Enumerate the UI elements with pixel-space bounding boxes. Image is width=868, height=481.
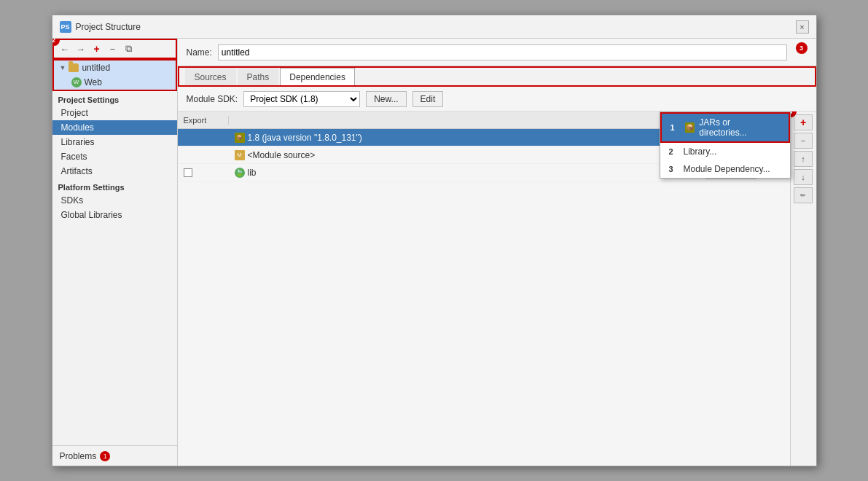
sidebar: 2 ← → + − ⧉ ▼ untitled W Web P (52, 39, 178, 466)
new-sdk-button[interactable]: New... (366, 91, 406, 107)
tab-dependencies-label: Dependencies (289, 72, 345, 82)
tab-sources[interactable]: Sources (185, 68, 236, 85)
row-lib-export (178, 168, 229, 177)
sdks-label: SDKs (61, 195, 84, 206)
module-dep-num: 3 (669, 165, 679, 173)
module-child-label: Web (85, 77, 102, 87)
jar-item-num: 1 (670, 123, 681, 132)
lib-export-checkbox[interactable] (184, 168, 192, 177)
sdk-select[interactable]: Project SDK (1.8) (243, 91, 360, 107)
dependency-table: Export Scope 📦 1.8 (java version "1.8.0_… (178, 112, 816, 466)
row-lib-label: lib (248, 168, 257, 178)
module-child-web[interactable]: W Web (54, 75, 176, 90)
project-label: Project (61, 108, 88, 118)
tabs-bar: Sources Paths Dependencies (178, 66, 816, 87)
tab-paths[interactable]: Paths (238, 68, 279, 85)
col-export-header: Export (178, 116, 229, 125)
title-bar-left: PS Project Structure (60, 21, 141, 33)
row-module-label: <Module source> (248, 150, 316, 160)
marker-3: 3 (796, 42, 808, 54)
move-up-button[interactable]: ↑ (794, 151, 813, 167)
sidebar-item-facets[interactable]: Facets (52, 149, 177, 164)
nav-back-button[interactable]: ← (58, 42, 71, 55)
module-sdk-row: Module SDK: Project SDK (1.8) New... Edi… (178, 87, 816, 112)
remove-module-button[interactable]: − (106, 42, 120, 55)
problems-item[interactable]: Problems 1 (60, 451, 111, 461)
dialog-icon: PS (60, 21, 71, 33)
row-module-name: M <Module source> (229, 150, 703, 160)
module-dep-label: Module Dependency... (684, 164, 770, 174)
sidebar-item-libraries[interactable]: Libraries (52, 135, 177, 149)
sidebar-spacer (52, 222, 177, 445)
jars-menu-icon: 📦 (685, 122, 695, 133)
project-settings-label: Project Settings (52, 91, 177, 106)
name-input[interactable] (218, 44, 787, 60)
main-area: 2 ← → + − ⧉ ▼ untitled W Web P (52, 39, 816, 466)
dropdown-module-dep-item[interactable]: 3 Module Dependency... (660, 160, 790, 178)
facets-label: Facets (61, 152, 87, 162)
dropdown-jars-item[interactable]: 1 📦 JARs or directories... (660, 112, 790, 143)
problems-count-badge: 1 (100, 451, 110, 461)
jar-icon: 📦 (235, 133, 245, 143)
module-root-label: untitled (82, 63, 110, 73)
sidebar-item-global-libraries[interactable]: Global Libraries (52, 208, 177, 222)
jars-item-label: JARs or directories... (699, 117, 779, 138)
move-down-button[interactable]: ↓ (794, 169, 813, 185)
edit-dep-button[interactable]: ✏ (794, 187, 813, 203)
title-bar: PS Project Structure × (52, 15, 816, 39)
name-field-label: Name: (187, 47, 212, 58)
copy-module-button[interactable]: ⧉ (122, 42, 136, 55)
modules-label: Modules (61, 122, 94, 133)
lib-item-label: Library... (684, 146, 717, 157)
libraries-label: Libraries (61, 137, 95, 147)
folder-icon (69, 63, 79, 72)
add-module-button[interactable]: + (90, 42, 103, 55)
sidebar-item-project[interactable]: Project (52, 106, 177, 120)
sidebar-bottom: Problems 1 (52, 445, 177, 466)
name-row: Name: 3 (178, 39, 816, 66)
platform-settings-label: Platform Settings (52, 179, 177, 193)
remove-dep-button[interactable]: − (794, 133, 813, 149)
add-dep-button[interactable]: + (794, 114, 813, 130)
tab-dependencies[interactable]: Dependencies (280, 68, 355, 85)
sidebar-item-sdks[interactable]: SDKs (52, 193, 177, 208)
global-libraries-label: Global Libraries (61, 210, 122, 220)
close-button[interactable]: × (796, 20, 809, 34)
dropdown-library-item[interactable]: 2 Library... (660, 143, 790, 160)
module-tree: ▼ untitled W Web (52, 59, 177, 91)
tab-sources-label: Sources (195, 72, 227, 82)
edit-sdk-button[interactable]: Edit (413, 91, 444, 107)
module-source-icon: M (235, 150, 245, 160)
dialog-title: Project Structure (76, 22, 141, 32)
expand-arrow-icon: ▼ (60, 64, 66, 71)
content-area: Name: 3 Sources Paths Dependencies (178, 39, 816, 466)
tab-paths-label: Paths (247, 72, 270, 82)
leaf-icon: 🍃 (235, 168, 245, 178)
project-structure-dialog: PS Project Structure × 2 ← → + − ⧉ ▼ unt (52, 15, 817, 466)
add-dropdown-menu: 1 📦 JARs or directories... 2 Library... … (660, 112, 791, 179)
artifacts-label: Artifacts (61, 166, 93, 176)
row-sdk-label: 1.8 (java version "1.8.0_131") (248, 133, 362, 143)
sidebar-item-modules[interactable]: Modules (52, 120, 177, 135)
web-icon: W (71, 77, 82, 87)
tabs-container: Sources Paths Dependencies (178, 66, 816, 87)
lib-item-num: 2 (669, 147, 679, 156)
problems-label: Problems (60, 451, 97, 461)
sdk-label: Module SDK: (187, 94, 238, 104)
sidebar-toolbar: 2 ← → + − ⧉ (52, 39, 177, 59)
module-root-item[interactable]: ▼ untitled (54, 60, 176, 75)
row-sdk-name: 📦 1.8 (java version "1.8.0_131") (229, 133, 703, 143)
nav-forward-button[interactable]: → (74, 42, 87, 55)
sidebar-item-artifacts[interactable]: Artifacts (52, 164, 177, 179)
right-panel: 4 + − ↑ ↓ ✏ 1 📦 JARs or directories... (790, 112, 816, 466)
row-lib-name: 🍃 lib (229, 168, 703, 178)
